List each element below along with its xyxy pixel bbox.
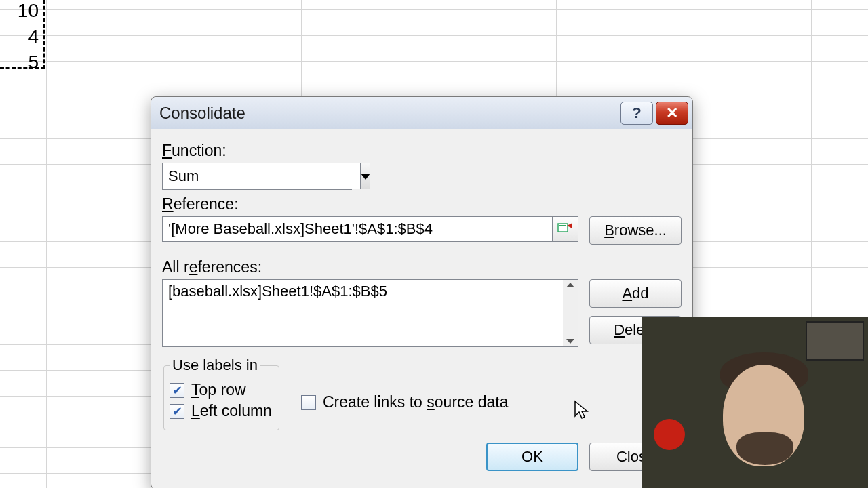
function-input[interactable]	[163, 163, 360, 189]
create-links-checkbox[interactable]: Create links to source data	[301, 393, 509, 411]
selection-marquee: 10 4 5	[0, 0, 45, 69]
add-button[interactable]: Add	[589, 279, 682, 308]
function-combo[interactable]	[162, 163, 352, 190]
use-labels-legend: Use labels in	[170, 357, 260, 374]
list-item[interactable]: [baseball.xlsx]Sheet1!$A$1:$B$5	[168, 283, 563, 300]
browse-button[interactable]: Browse...	[589, 216, 682, 245]
close-icon[interactable]: ✕	[656, 102, 688, 125]
scrollbar[interactable]	[563, 280, 578, 346]
cell-value: 4	[28, 26, 39, 47]
top-row-checkbox[interactable]: ✔Top row	[170, 381, 272, 399]
webcam-overlay	[642, 317, 868, 488]
collapse-dialog-icon[interactable]	[552, 217, 578, 241]
left-column-checkbox[interactable]: ✔Left column	[170, 402, 272, 420]
scroll-up-icon[interactable]	[566, 283, 574, 287]
reference-input[interactable]	[163, 217, 552, 241]
function-label: Function:	[162, 142, 682, 160]
reference-label: Reference:	[162, 195, 682, 214]
scroll-down-icon[interactable]	[566, 339, 574, 344]
dialog-title: Consolidate	[159, 104, 618, 123]
chevron-down-icon[interactable]	[360, 163, 370, 189]
consolidate-dialog: Consolidate ? ✕ Function: Reference: Bro…	[151, 96, 693, 488]
use-labels-group: Use labels in ✔Top row ✔Left column	[163, 357, 279, 430]
help-button[interactable]: ?	[620, 102, 653, 125]
all-references-label: All references:	[162, 258, 682, 277]
dialog-titlebar[interactable]: Consolidate ? ✕	[151, 97, 692, 129]
svg-rect-0	[558, 224, 568, 232]
ok-button[interactable]: OK	[486, 443, 578, 471]
all-references-list[interactable]: [baseball.xlsx]Sheet1!$A$1:$B$5	[162, 279, 578, 347]
cell-value: 5	[28, 52, 39, 73]
svg-rect-1	[559, 225, 566, 226]
cell-value: 10	[18, 0, 39, 22]
